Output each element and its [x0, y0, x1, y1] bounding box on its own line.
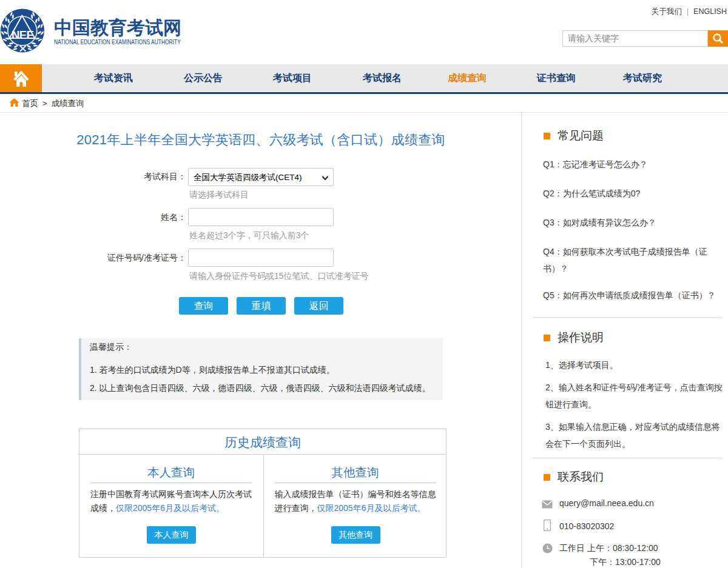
svg-text:NEE: NEE [12, 28, 34, 41]
